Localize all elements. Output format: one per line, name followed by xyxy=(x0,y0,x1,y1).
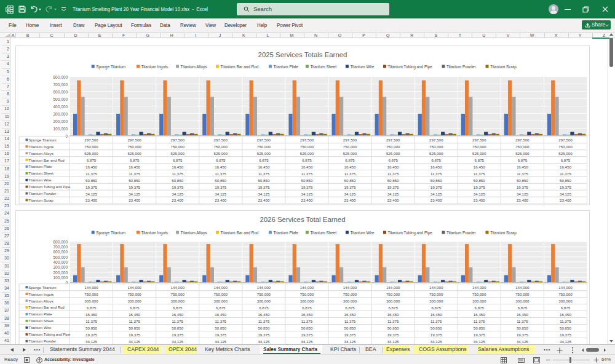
svg-text:16,450: 16,450 xyxy=(559,312,571,317)
svg-text:50,850: 50,850 xyxy=(258,178,269,183)
svg-text:297,500: 297,500 xyxy=(343,138,357,142)
svg-text:Titanium Sheet: Titanium Sheet xyxy=(310,231,336,235)
svg-text:Titanium Powder: Titanium Powder xyxy=(446,231,477,235)
svg-text:23,400: 23,400 xyxy=(301,198,312,202)
svg-text:6,875: 6,875 xyxy=(560,158,570,162)
svg-text:16,450: 16,450 xyxy=(344,312,355,317)
svg-text:297,500: 297,500 xyxy=(558,138,573,142)
svg-text:11,375: 11,375 xyxy=(560,172,571,176)
svg-text:750,000: 750,000 xyxy=(170,292,184,296)
svg-text:11,375: 11,375 xyxy=(129,319,140,323)
svg-text:16,450: 16,450 xyxy=(473,312,485,317)
svg-text:50,850: 50,850 xyxy=(516,178,528,183)
svg-text:300,000: 300,000 xyxy=(84,299,98,303)
svg-text:6,875: 6,875 xyxy=(259,158,269,162)
svg-text:19,375: 19,375 xyxy=(559,185,571,189)
svg-text:Titanium Wire: Titanium Wire xyxy=(28,326,51,330)
svg-text:34,125: 34,125 xyxy=(387,339,399,344)
svg-text:6,875: 6,875 xyxy=(302,158,312,162)
svg-text:750,000: 750,000 xyxy=(256,292,271,296)
svg-text:23,400: 23,400 xyxy=(172,198,183,202)
svg-text:11,375: 11,375 xyxy=(344,319,355,323)
svg-text:400,000: 400,000 xyxy=(53,260,68,264)
svg-text:34,125: 34,125 xyxy=(301,339,312,344)
svg-text:34,125: 34,125 xyxy=(301,192,312,196)
svg-text:297,500: 297,500 xyxy=(515,138,530,142)
svg-text:16,450: 16,450 xyxy=(85,165,97,169)
svg-text:50,850: 50,850 xyxy=(215,178,226,183)
svg-text:525,000: 525,000 xyxy=(170,151,184,156)
svg-text:525,000: 525,000 xyxy=(343,151,357,156)
svg-text:525,000: 525,000 xyxy=(84,151,98,156)
svg-text:200,000: 200,000 xyxy=(53,271,68,275)
svg-text:525,000: 525,000 xyxy=(300,151,314,156)
svg-text:144,000: 144,000 xyxy=(170,285,184,290)
svg-text:600,000: 600,000 xyxy=(53,250,68,254)
svg-text:50,850: 50,850 xyxy=(258,326,269,330)
svg-text:600,000: 600,000 xyxy=(53,90,68,94)
svg-text:50,850: 50,850 xyxy=(301,326,312,330)
svg-text:100,000: 100,000 xyxy=(53,275,68,280)
svg-text:Sponge Titanium: Sponge Titanium xyxy=(96,65,125,69)
svg-text:34,125: 34,125 xyxy=(516,339,528,344)
svg-text:0: 0 xyxy=(65,134,68,138)
svg-text:23,400: 23,400 xyxy=(430,198,442,202)
svg-text:11,375: 11,375 xyxy=(517,319,528,323)
svg-text:6,875: 6,875 xyxy=(431,158,441,162)
svg-text:750,000: 750,000 xyxy=(472,292,486,296)
svg-text:144,000: 144,000 xyxy=(343,285,357,290)
svg-text:50,850: 50,850 xyxy=(129,326,140,330)
svg-text:Sponge Titanium: Sponge Titanium xyxy=(28,138,56,142)
svg-text:700,000: 700,000 xyxy=(53,245,68,249)
svg-text:23,400: 23,400 xyxy=(344,198,355,202)
svg-text:50,850: 50,850 xyxy=(172,178,183,183)
svg-text:750,000: 750,000 xyxy=(127,292,141,296)
svg-text:6,875: 6,875 xyxy=(388,158,398,162)
svg-text:0: 0 xyxy=(65,280,68,285)
svg-text:6,875: 6,875 xyxy=(216,158,226,162)
svg-text:34,125: 34,125 xyxy=(473,192,485,196)
svg-text:6,875: 6,875 xyxy=(517,158,527,162)
svg-text:Titanium Plate: Titanium Plate xyxy=(273,65,298,69)
svg-text:2026 Services Total Earned: 2026 Services Total Earned xyxy=(260,216,345,223)
svg-text:750,000: 750,000 xyxy=(429,144,443,149)
svg-text:525,000: 525,000 xyxy=(558,151,573,156)
svg-text:23,400: 23,400 xyxy=(516,198,528,202)
svg-text:16,450: 16,450 xyxy=(129,165,140,169)
svg-text:Titanium Bar and Rod: Titanium Bar and Rod xyxy=(220,65,258,69)
svg-text:144,000: 144,000 xyxy=(429,285,443,290)
svg-text:750,000: 750,000 xyxy=(472,144,486,149)
svg-text:19,375: 19,375 xyxy=(258,333,269,337)
svg-text:750,000: 750,000 xyxy=(84,292,98,296)
svg-text:6,875: 6,875 xyxy=(517,306,527,310)
svg-text:11,375: 11,375 xyxy=(387,172,399,176)
svg-text:16,450: 16,450 xyxy=(215,165,226,169)
svg-text:Titanium Sheet: Titanium Sheet xyxy=(28,172,53,175)
svg-text:34,125: 34,125 xyxy=(387,192,399,196)
svg-text:800,000: 800,000 xyxy=(53,75,68,79)
svg-text:19,375: 19,375 xyxy=(344,185,355,189)
svg-text:750,000: 750,000 xyxy=(429,292,443,296)
svg-text:Titanium Alloys: Titanium Alloys xyxy=(180,231,207,235)
svg-text:19,375: 19,375 xyxy=(85,185,97,189)
svg-text:6,875: 6,875 xyxy=(259,306,269,310)
svg-text:50,850: 50,850 xyxy=(516,326,528,330)
svg-text:Titanium Powder: Titanium Powder xyxy=(28,192,56,196)
svg-text:11,375: 11,375 xyxy=(172,319,183,323)
svg-text:6,875: 6,875 xyxy=(172,306,182,310)
svg-text:525,000: 525,000 xyxy=(515,151,530,156)
svg-text:34,125: 34,125 xyxy=(473,339,485,344)
svg-text:Titanium Bar and Rod: Titanium Bar and Rod xyxy=(220,231,258,235)
svg-text:Titanium Plate: Titanium Plate xyxy=(28,312,52,316)
svg-text:11,375: 11,375 xyxy=(85,319,97,323)
svg-text:16,450: 16,450 xyxy=(129,312,140,317)
svg-text:297,500: 297,500 xyxy=(213,138,228,142)
svg-text:50,850: 50,850 xyxy=(129,178,140,183)
svg-text:19,375: 19,375 xyxy=(344,333,355,337)
svg-text:6,875: 6,875 xyxy=(560,306,570,310)
svg-text:11,375: 11,375 xyxy=(258,319,269,323)
svg-text:11,375: 11,375 xyxy=(301,319,312,323)
svg-text:23,400: 23,400 xyxy=(85,198,97,202)
svg-text:19,375: 19,375 xyxy=(516,185,528,189)
svg-text:11,375: 11,375 xyxy=(129,172,140,176)
